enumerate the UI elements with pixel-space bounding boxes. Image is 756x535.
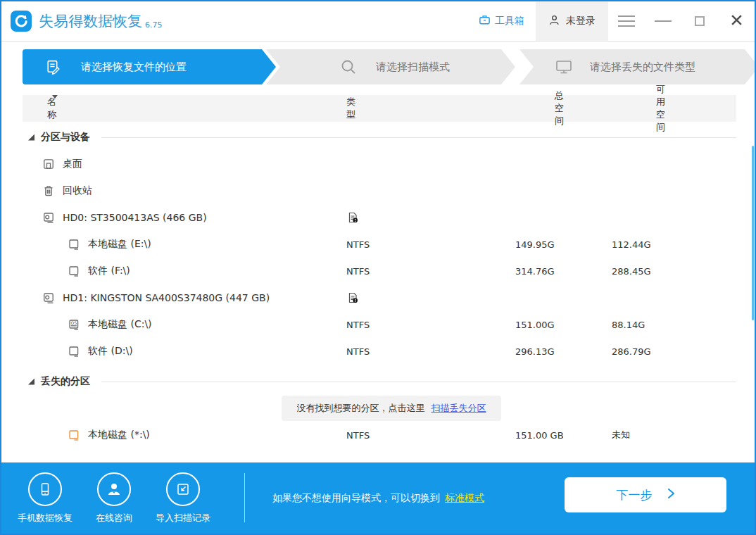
menu-button[interactable] <box>608 1 645 41</box>
partition-icon <box>68 265 80 277</box>
app-logo-icon <box>11 11 32 32</box>
step-label: 请选择扫描模式 <box>376 61 450 74</box>
app-title: 失易得数据恢复 <box>39 11 142 31</box>
row-type: NTFS <box>346 338 370 365</box>
step-label: 请选择恢复文件的位置 <box>81 61 187 74</box>
online-consult-button[interactable]: 在线咨询 <box>82 472 146 524</box>
close-button[interactable] <box>718 1 755 41</box>
expanded-triangle-icon <box>28 134 34 141</box>
standard-mode-link[interactable]: 标准模式 <box>445 492 484 505</box>
wizard-steps: 请选择恢复文件的位置 请选择扫描模式 请选择丢失的文件类型 <box>23 49 736 84</box>
maximize-icon <box>695 16 705 26</box>
name-cell: 本地磁盘 (*:\) <box>68 429 150 441</box>
name-cell: OS本地磁盘 (C:\) <box>68 318 152 331</box>
table-row[interactable]: 回收站 <box>23 177 736 204</box>
name-cell: 软件 (F:\) <box>68 265 130 277</box>
row-type: NTFS <box>346 311 370 338</box>
name-cell: HD0: ST3500413AS (466 GB) <box>42 211 207 224</box>
partition-icon <box>68 238 80 251</box>
titlebar-controls: 工具箱 未登录 <box>479 1 755 41</box>
minimize-button[interactable] <box>645 1 681 41</box>
maximize-button[interactable] <box>681 1 718 41</box>
row-type: NTFS <box>346 422 370 448</box>
group-label: 丢失的分区 <box>41 375 90 388</box>
row-total-space: 149.95G <box>515 231 555 258</box>
notice-box: 没有找到想要的分区，点击这里扫描丢失分区 <box>282 396 501 421</box>
table-row[interactable]: 桌面 <box>23 151 736 177</box>
harddisk-icon <box>42 211 55 224</box>
group-header[interactable]: 丢失的分区 <box>23 368 736 395</box>
step-label: 请选择丢失的文件类型 <box>590 61 695 74</box>
monitor-icon <box>555 58 573 76</box>
partition-list: 分区与设备桌面回收站HD0: ST3500413AS (466 GB)本地磁盘 … <box>23 124 736 448</box>
table-row[interactable]: HD1: KINGSTON SA400S37480G (447 GB) <box>23 284 736 311</box>
chevron-right-icon <box>667 487 675 503</box>
step-select-location[interactable]: 请选择恢复文件的位置 <box>23 49 276 84</box>
import-icon <box>166 472 200 506</box>
row-free-space: 288.45G <box>612 258 651 284</box>
import-scan-record-button[interactable]: 导入扫描记录 <box>149 472 217 524</box>
row-name: 本地磁盘 (*:\) <box>88 429 150 441</box>
footer-divider <box>244 473 245 522</box>
titlebar: 失易得数据恢复 6.75 工具箱 未登录 <box>1 1 755 42</box>
toolbox-label: 工具箱 <box>495 15 524 27</box>
notice-text: 没有找到想要的分区，点击这里 <box>297 402 425 415</box>
harddisk-icon <box>42 291 55 304</box>
desktop-icon <box>42 158 55 170</box>
scrollbar-thumb[interactable] <box>752 146 754 320</box>
name-cell: HD1: KINGSTON SA400S37480G (447 GB) <box>42 291 270 304</box>
mode-hint: 如果您不想使用向导模式，可以切换到 标准模式 <box>272 462 484 534</box>
partition-icon <box>68 345 80 358</box>
action-label: 手机数据恢复 <box>18 512 73 524</box>
hint-text: 如果您不想使用向导模式，可以切换到 <box>272 492 440 505</box>
login-label: 未登录 <box>566 15 596 27</box>
lost-partition-icon <box>68 429 80 441</box>
action-label: 在线咨询 <box>96 512 132 524</box>
footer-bar: 手机数据恢复 在线咨询 导入扫描记录 如果您不想使用向导 <box>1 462 755 534</box>
table-row[interactable]: 软件 (D:\)NTFS296.13G286.79G <box>23 338 736 365</box>
step-select-file-type[interactable]: 请选择丢失的文件类型 <box>519 49 756 84</box>
row-name: HD0: ST3500413AS (466 GB) <box>63 212 207 223</box>
close-icon <box>731 14 743 29</box>
table-row[interactable]: OS本地磁盘 (C:\)NTFS151.00G88.14G <box>23 311 736 338</box>
toolbox-button[interactable]: 工具箱 <box>479 14 524 28</box>
minimize-icon <box>655 20 672 22</box>
row-name: 软件 (D:\) <box>88 345 133 358</box>
consult-person-icon <box>97 472 131 506</box>
app-window: 失易得数据恢复 6.75 工具箱 未登录 <box>0 0 756 535</box>
phone-recovery-button[interactable]: 手机数据恢复 <box>11 472 79 524</box>
row-name: 回收站 <box>63 184 92 197</box>
group-header[interactable]: 分区与设备 <box>23 124 736 151</box>
name-cell: 本地磁盘 (E:\) <box>68 238 151 251</box>
expanded-triangle-icon <box>28 379 34 385</box>
row-name: 桌面 <box>63 158 82 170</box>
row-name: 软件 (F:\) <box>88 265 130 277</box>
name-cell: 软件 (D:\) <box>68 345 133 358</box>
table-row[interactable]: 本地磁盘 (E:\)NTFS149.95G112.44G <box>23 231 736 258</box>
row-free-space: 未知 <box>612 422 630 448</box>
row-type: NTFS <box>346 258 370 284</box>
os-partition-icon: OS <box>68 318 80 331</box>
row-type: NTFS <box>346 231 370 258</box>
row-total-space: 151.00 GB <box>515 422 564 448</box>
recycle-bin-icon <box>42 184 55 197</box>
login-status-button[interactable]: 未登录 <box>536 1 608 41</box>
table-row[interactable]: HD0: ST3500413AS (466 GB) <box>23 204 736 231</box>
sort-caret-icon <box>52 95 58 128</box>
table-row[interactable]: 本地磁盘 (*:\)NTFS151.00 GB未知 <box>23 422 736 448</box>
action-label: 导入扫描记录 <box>156 512 210 524</box>
row-name: 本地磁盘 (E:\) <box>88 238 151 251</box>
row-total-space: 314.76G <box>515 258 555 284</box>
next-step-button[interactable]: 下一步 <box>565 477 726 512</box>
scan-lost-partitions-link[interactable]: 扫描丢失分区 <box>431 402 486 415</box>
step-select-scan-mode[interactable]: 请选择扫描模式 <box>266 49 515 84</box>
search-icon <box>339 58 358 76</box>
toolbox-icon <box>479 14 491 28</box>
row-free-space: 286.79G <box>612 338 651 365</box>
app-version: 6.75 <box>145 20 163 30</box>
hamburger-icon <box>618 15 635 27</box>
user-icon <box>548 14 560 28</box>
group-divider <box>101 137 736 138</box>
row-free-space: 88.14G <box>612 311 645 338</box>
table-row[interactable]: 软件 (F:\)NTFS314.76G288.45G <box>23 258 736 284</box>
